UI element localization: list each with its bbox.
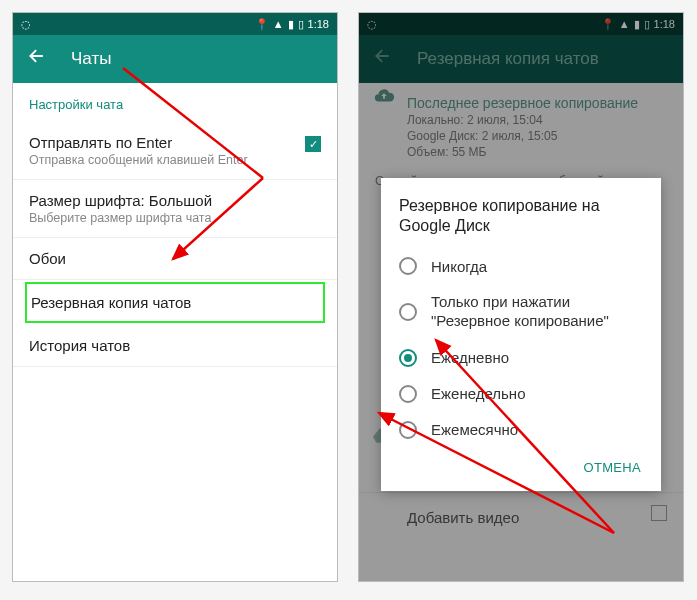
location-icon: 📍 — [601, 18, 615, 31]
row-sub: Выберите размер шрифта чата — [29, 211, 321, 225]
row-sub: Отправка сообщений клавишей Enter — [29, 153, 321, 167]
row-label: Обои — [29, 250, 321, 267]
dialog-title: Резервное копирование на Google Диск — [399, 196, 651, 236]
backup-local: Локально: 2 июля, 15:04 — [407, 113, 667, 127]
signal-icon: ▲ — [273, 18, 284, 30]
row-backup-highlighted[interactable]: Резервная копия чатов — [25, 282, 325, 323]
clock: 1:18 — [654, 18, 675, 30]
setting-label: Добавить видео — [407, 509, 667, 526]
radio-never[interactable]: Никогда — [399, 248, 651, 284]
section-title: Настройки чата — [13, 83, 337, 122]
clock: 1:18 — [308, 18, 329, 30]
whatsapp-icon: ◌ — [367, 18, 377, 31]
battery-icon: ▯ — [644, 18, 650, 31]
battery-icon: ▯ — [298, 18, 304, 31]
radio-unchecked-icon — [399, 257, 417, 275]
row-wallpaper[interactable]: Обои — [13, 238, 337, 280]
backup-info: Последнее резервное копирование Локально… — [359, 83, 683, 163]
row-label: Размер шрифта: Большой — [29, 192, 321, 209]
radio-label: Только при нажатии "Резервное копировани… — [431, 293, 651, 331]
header-title: Резервная копия чатов — [417, 49, 599, 69]
radio-checked-icon — [399, 349, 417, 367]
backup-size: Объем: 55 МБ — [407, 145, 667, 159]
screen-backup: ◌ 📍 ▲ ▮ ▯ 1:18 Резервная копия чатов Пос… — [358, 12, 684, 582]
row-history[interactable]: История чатов — [13, 325, 337, 367]
radio-unchecked-icon — [399, 303, 417, 321]
radio-label: Ежемесячно — [431, 421, 518, 438]
header: Чаты — [13, 35, 337, 83]
location-icon: 📍 — [255, 18, 269, 31]
cancel-button[interactable]: ОТМЕНА — [574, 452, 651, 483]
backup-frequency-dialog: Резервное копирование на Google Диск Ник… — [381, 178, 661, 491]
setting-video[interactable]: Добавить видео — [359, 492, 683, 532]
back-icon[interactable] — [27, 46, 47, 70]
row-font[interactable]: Размер шрифта: Большой Выберите размер ш… — [13, 180, 337, 238]
whatsapp-icon: ◌ — [21, 18, 31, 31]
radio-label: Никогда — [431, 258, 487, 275]
row-send-enter[interactable]: Отправлять по Enter Отправка сообщений к… — [13, 122, 337, 180]
cloud-upload-icon — [373, 85, 395, 111]
row-label: История чатов — [29, 337, 321, 354]
header: Резервная копия чатов — [359, 35, 683, 83]
wifi-icon: ▮ — [634, 18, 640, 31]
radio-unchecked-icon — [399, 385, 417, 403]
radio-daily[interactable]: Ежедневно — [399, 340, 651, 376]
backup-gdrive: Google Диск: 2 июля, 15:05 — [407, 129, 667, 143]
screen-chats: ◌ 📍 ▲ ▮ ▯ 1:18 Чаты Настройки чата Отпра… — [12, 12, 338, 582]
status-bar: ◌ 📍 ▲ ▮ ▯ 1:18 — [359, 13, 683, 35]
row-label: Резервная копия чатов — [31, 294, 319, 311]
checkbox-checked-icon[interactable]: ✓ — [305, 136, 321, 152]
status-bar: ◌ 📍 ▲ ▮ ▯ 1:18 — [13, 13, 337, 35]
checkbox-unchecked-icon[interactable] — [651, 505, 667, 521]
row-label: Отправлять по Enter — [29, 134, 321, 151]
radio-onpress[interactable]: Только при нажатии "Резервное копировани… — [399, 284, 651, 340]
wifi-icon: ▮ — [288, 18, 294, 31]
radio-weekly[interactable]: Еженедельно — [399, 376, 651, 412]
radio-unchecked-icon — [399, 421, 417, 439]
radio-label: Ежедневно — [431, 349, 509, 366]
header-title: Чаты — [71, 49, 111, 69]
radio-label: Еженедельно — [431, 385, 525, 402]
back-icon[interactable] — [373, 46, 393, 70]
radio-monthly[interactable]: Ежемесячно — [399, 412, 651, 448]
backup-info-title: Последнее резервное копирование — [407, 95, 667, 111]
signal-icon: ▲ — [619, 18, 630, 30]
